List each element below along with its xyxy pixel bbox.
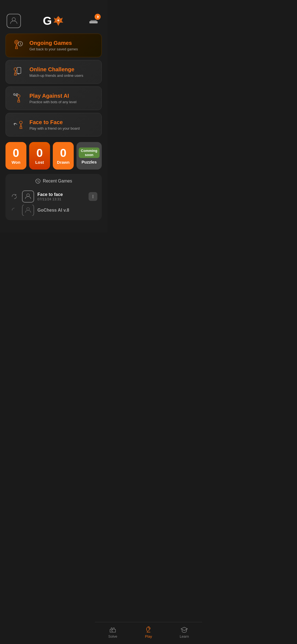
ongoing-games-button[interactable]: Ongoing Games Get back to your saved gam… xyxy=(6,34,102,57)
svg-rect-1 xyxy=(89,21,98,23)
game-avatar-2 xyxy=(22,205,34,216)
puzzles-card[interactable]: Comming soon Puzzles xyxy=(76,142,102,170)
play-ai-subtitle: Practice with bots of any level xyxy=(29,100,96,104)
online-challenge-title: Online Challenge xyxy=(29,66,96,73)
game-options-button[interactable] xyxy=(89,192,97,201)
stats-section: 0 Won 0 Lost 0 Drawn Comming soon Puzzle… xyxy=(0,137,107,170)
puzzles-label: Puzzles xyxy=(82,160,97,164)
online-challenge-subtitle: Match-up friends and online users xyxy=(29,73,96,78)
face-to-face-title: Face to Face xyxy=(29,119,96,125)
game-info-2: GoChess AI v.8 xyxy=(37,208,97,213)
svg-point-8 xyxy=(13,94,15,95)
game-replay-icon xyxy=(10,192,19,201)
ongoing-games-subtitle: Get back to your saved games xyxy=(29,47,96,51)
face-to-face-subtitle: Play with a friend on your board xyxy=(29,126,96,130)
face-to-face-text: Face to Face Play with a friend on your … xyxy=(29,119,96,130)
svg-point-15 xyxy=(93,197,94,198)
history-icon xyxy=(35,178,41,184)
online-challenge-button[interactable]: Online Challenge Match-up friends and on… xyxy=(6,60,102,84)
drawn-label: Drawn xyxy=(57,160,70,165)
header-logo: G xyxy=(43,14,65,28)
play-ai-icon xyxy=(11,92,25,105)
app-container: G xyxy=(0,0,107,232)
svg-point-3 xyxy=(15,40,18,44)
svg-point-14 xyxy=(93,195,94,196)
game-date: 07/11/24 13:31 xyxy=(37,197,85,201)
ongoing-games-title: Ongoing Games xyxy=(29,40,96,46)
game-name-2: GoChess AI v.8 xyxy=(37,208,97,213)
menu-section: Ongoing Games Get back to your saved gam… xyxy=(0,34,107,137)
header: G xyxy=(0,0,107,34)
game-name: Face to face xyxy=(37,192,85,197)
lost-stat-card[interactable]: 0 Lost xyxy=(29,142,50,170)
online-challenge-text: Online Challenge Match-up friends and on… xyxy=(29,66,96,78)
bluetooth-button[interactable] xyxy=(86,14,101,28)
play-ai-button[interactable]: Play Against AI Practice with bots of an… xyxy=(6,86,102,110)
puzzles-badge: Comming soon xyxy=(79,148,100,158)
drawn-stat-card[interactable]: 0 Drawn xyxy=(53,142,74,170)
won-stat-card[interactable]: 0 Won xyxy=(6,142,26,170)
drawn-count: 0 xyxy=(60,147,66,159)
game-info: Face to face 07/11/24 13:31 xyxy=(37,192,85,201)
ongoing-games-icon xyxy=(11,39,25,52)
lost-count: 0 xyxy=(36,147,43,159)
won-count: 0 xyxy=(13,147,19,159)
online-challenge-icon xyxy=(11,65,25,78)
game-replay-icon-2 xyxy=(10,206,19,215)
recent-games-section: Recent Games Face to face 07/11/24 13:31 xyxy=(6,174,102,220)
logo-g-text: G xyxy=(43,14,51,28)
recent-games-header: Recent Games xyxy=(10,178,97,184)
lost-label: Lost xyxy=(35,160,44,165)
svg-rect-2 xyxy=(90,20,97,21)
face-to-face-icon xyxy=(11,118,25,131)
recent-games-title: Recent Games xyxy=(43,179,72,184)
ongoing-games-text: Ongoing Games Get back to your saved gam… xyxy=(29,40,96,51)
play-ai-text: Play Against AI Practice with bots of an… xyxy=(29,93,96,104)
play-ai-title: Play Against AI xyxy=(29,93,96,99)
face-to-face-button[interactable]: Face to Face Play with a friend on your … xyxy=(6,113,102,137)
avatar[interactable] xyxy=(7,14,21,28)
bluetooth-badge xyxy=(95,14,101,20)
game-avatar xyxy=(22,190,34,203)
svg-point-4 xyxy=(16,41,17,43)
svg-rect-6 xyxy=(17,67,21,73)
svg-point-13 xyxy=(93,196,94,197)
game-item[interactable]: Face to face 07/11/24 13:31 xyxy=(10,188,97,205)
won-label: Won xyxy=(12,160,20,165)
game-item-partial: GoChess AI v.8 xyxy=(10,205,97,216)
